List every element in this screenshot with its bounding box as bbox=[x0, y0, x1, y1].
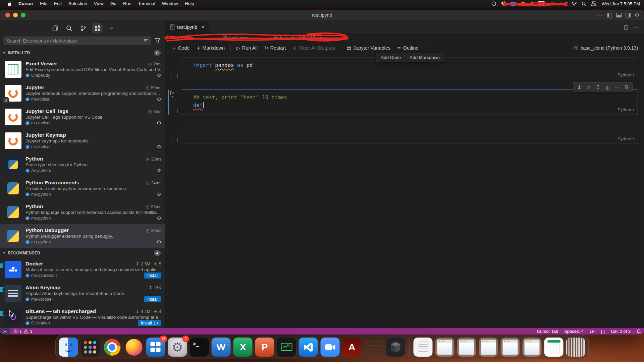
menu-view[interactable]: View bbox=[91, 0, 107, 7]
menu-window[interactable]: Window bbox=[159, 0, 181, 7]
dock-cube-app[interactable] bbox=[386, 338, 405, 357]
split-editor-icon[interactable]: ◫ bbox=[624, 24, 629, 30]
breadcrumb[interactable]: Users › › test.ipynb › › ## test, print … bbox=[166, 33, 644, 42]
dock-trash[interactable] bbox=[566, 338, 585, 357]
app-menu-cursor[interactable]: Cursor bbox=[15, 0, 37, 7]
control-center-icon[interactable] bbox=[591, 1, 596, 6]
minimize-window-button[interactable] bbox=[13, 13, 18, 17]
extensions-search-input[interactable] bbox=[3, 36, 151, 45]
dock-stickies[interactable] bbox=[364, 338, 383, 357]
breadcrumb-item-users[interactable]: Users bbox=[170, 35, 182, 40]
install-dropdown-icon[interactable]: ▾ bbox=[154, 321, 158, 325]
cell-language-picker[interactable]: Python▾ bbox=[618, 106, 634, 114]
run-cell-button[interactable]: ▷▾ bbox=[170, 90, 174, 98]
extension-row-jupyter-cell-tags[interactable]: Jupyter Cell Tags◷3msJupyter Cell Tags s… bbox=[0, 105, 165, 129]
language-mode-indicator[interactable]: { } bbox=[598, 328, 608, 335]
bluetooth-icon[interactable] bbox=[530, 1, 533, 6]
close-tab-icon[interactable]: × bbox=[201, 24, 204, 30]
dock-firefox[interactable] bbox=[124, 338, 144, 357]
extension-row-python[interactable]: Python◷33msStatic type checking for Pyth… bbox=[0, 153, 165, 177]
dock-excel[interactable]: X bbox=[233, 338, 253, 357]
notebook-cell-2[interactable]: ▷▾ [ ] ## test, print "test" 10 times de… bbox=[168, 89, 638, 115]
recommended-section-header[interactable]: ▼ RECOMMENDED 4 bbox=[0, 248, 165, 258]
delete-cell-icon[interactable] bbox=[622, 83, 630, 91]
search-icon[interactable] bbox=[64, 23, 74, 33]
jupyter-variables-button[interactable]: ▤Jupyter Variables bbox=[344, 44, 393, 52]
volume-icon[interactable] bbox=[550, 1, 555, 6]
gear-icon[interactable]: ⚙ bbox=[157, 239, 161, 245]
dock-window-thumb-3[interactable] bbox=[479, 338, 498, 357]
zoom-menu-icon[interactable] bbox=[511, 2, 516, 6]
add-code-button[interactable]: +Code bbox=[169, 44, 193, 52]
outline-button[interactable]: ≡Outline bbox=[394, 44, 422, 52]
menu-selection[interactable]: Selection bbox=[65, 0, 91, 7]
install-button[interactable]: Install▾ bbox=[138, 320, 161, 326]
dock-activity-app[interactable] bbox=[277, 338, 296, 357]
gear-icon[interactable]: ⚙ bbox=[157, 215, 161, 221]
clear-all-outputs-button[interactable]: ⊘Clear All Outputs bbox=[289, 44, 338, 52]
settings-gear-icon[interactable]: ⚙ bbox=[635, 12, 639, 18]
menu-run[interactable]: Run bbox=[120, 0, 135, 7]
extension-row-excel-viewer[interactable]: Excel Viewer◷2msEdit Excel spreadsheets … bbox=[0, 58, 165, 81]
views-chevron-down-icon[interactable] bbox=[106, 23, 117, 33]
menu-help[interactable]: Help bbox=[181, 0, 198, 7]
extension-row-gitlens-git-supercharged[interactable]: ↻GitLens — Git supercharged↧4.4M★4Superc… bbox=[0, 305, 165, 328]
dock-window-thumb-5[interactable] bbox=[523, 338, 542, 357]
extensions-icon[interactable] bbox=[92, 23, 103, 33]
dock-launchpad[interactable] bbox=[81, 338, 100, 357]
code-cell-editor-active[interactable]: ## test, print "test" 10 times def Pytho… bbox=[181, 89, 638, 115]
more-actions-icon[interactable]: ··· bbox=[613, 83, 621, 91]
run-below-icon[interactable]: ↧ bbox=[594, 83, 602, 91]
problems-indicator[interactable]: 1 1 bbox=[10, 328, 36, 335]
dock-sheet-thumb[interactable] bbox=[544, 338, 564, 357]
explorer-icon[interactable] bbox=[50, 23, 60, 33]
menu-bar-clock[interactable]: Wed Jan 7 5:05 PM bbox=[602, 1, 640, 6]
restart-kernel-button[interactable]: ↻Restart bbox=[261, 44, 289, 52]
cursor-tab-toggle[interactable]: Cursor Tab bbox=[534, 328, 561, 335]
install-button[interactable]: Install bbox=[144, 273, 161, 279]
dock-window-thumb-4[interactable] bbox=[501, 338, 520, 357]
filter-funnel-icon[interactable] bbox=[153, 37, 162, 45]
wifi-icon[interactable] bbox=[572, 2, 577, 6]
dock-document[interactable] bbox=[414, 338, 433, 357]
menu-go[interactable]: Go bbox=[107, 0, 120, 7]
dock-acrobat[interactable]: A bbox=[342, 338, 362, 357]
gear-icon[interactable]: ⚙ bbox=[157, 120, 161, 126]
gear-icon[interactable]: ⚙ bbox=[157, 96, 161, 102]
breadcrumb-item-file[interactable]: test.ipynb bbox=[229, 35, 248, 40]
eol-indicator[interactable]: LF bbox=[587, 328, 598, 335]
layout-panel-bottom-icon[interactable] bbox=[616, 13, 622, 17]
add-markdown-button[interactable]: +Markdown bbox=[193, 44, 228, 52]
remote-indicator[interactable]: >< bbox=[0, 328, 10, 335]
run-all-button[interactable]: ▷Run All bbox=[233, 44, 261, 52]
photos-icon[interactable] bbox=[521, 2, 525, 6]
dock-vscode[interactable] bbox=[299, 338, 318, 357]
dock-terminal[interactable]: >_ bbox=[190, 338, 209, 357]
run-above-icon[interactable]: ↥ bbox=[575, 83, 583, 91]
install-button[interactable]: Install bbox=[144, 296, 161, 302]
layout-panel-right-icon[interactable] bbox=[626, 13, 631, 17]
cell-language-picker[interactable]: Python▾ bbox=[618, 71, 634, 79]
editor-more-actions-icon[interactable]: ··· bbox=[634, 24, 639, 30]
dock-window-thumb-1[interactable] bbox=[435, 338, 454, 357]
extension-row-python-environments[interactable]: Python Environments◷24msProvides a unifi… bbox=[0, 177, 165, 200]
extension-row-python[interactable]: Python◷93msPython language support with … bbox=[0, 200, 165, 224]
apple-menu-icon[interactable] bbox=[4, 1, 15, 6]
notifications-bell-icon[interactable] bbox=[634, 328, 644, 335]
window-title-bar[interactable]: test.ipynb ··· ⚙ bbox=[0, 10, 644, 21]
dock-window-thumb-2[interactable] bbox=[457, 338, 476, 357]
layout-panel-left-icon[interactable] bbox=[607, 13, 612, 17]
menu-terminal[interactable]: Terminal bbox=[135, 0, 159, 7]
split-cell-icon[interactable]: ◫ bbox=[603, 83, 611, 91]
extension-row-python-debugger[interactable]: Python Debugger◷30msPython Debugger exte… bbox=[0, 224, 165, 248]
extension-row-docker[interactable]: Docker↧2.5M★5Makes it easy to create, ma… bbox=[0, 258, 165, 282]
menu-file[interactable]: File bbox=[37, 0, 51, 7]
extension-row-atom-keymap[interactable]: Atom Keymap↧16KPopular Atom keybindings … bbox=[0, 282, 165, 305]
dock-chrome[interactable] bbox=[103, 338, 122, 357]
gear-icon[interactable]: ⚙ bbox=[157, 72, 161, 78]
code-cell-editor-empty[interactable]: Python▾ bbox=[181, 125, 638, 144]
zoom-window-button[interactable] bbox=[21, 13, 25, 17]
spotlight-icon[interactable] bbox=[582, 1, 586, 6]
cell-position-indicator[interactable]: Cell 2 of 3 bbox=[608, 328, 634, 335]
breadcrumb-item-cell[interactable]: ## test, print "test" 10 times bbox=[274, 35, 327, 40]
